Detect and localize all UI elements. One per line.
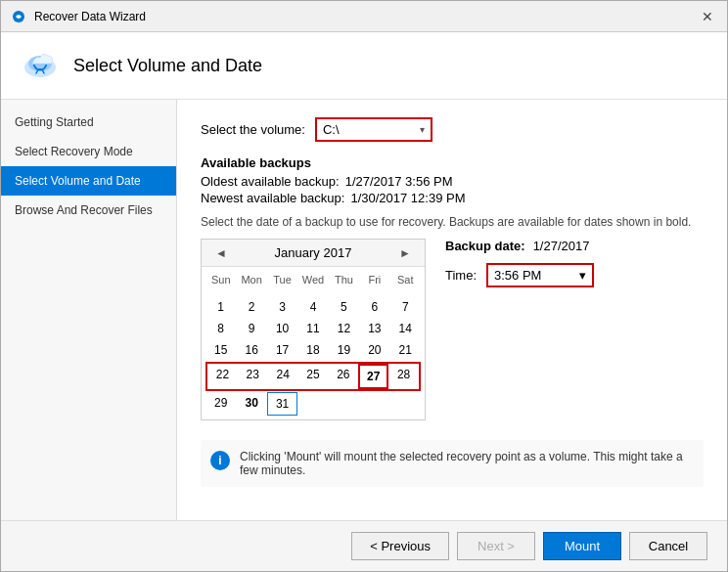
calendar-cell[interactable]: 28 <box>388 364 419 389</box>
close-button[interactable]: ✕ <box>698 7 717 26</box>
calendar-cell[interactable]: 8 <box>205 318 236 339</box>
title-bar-title: Recover Data Wizard <box>34 10 146 23</box>
sidebar-item-select-recovery-mode[interactable]: Select Recovery Mode <box>1 137 176 166</box>
page-title: Select Volume and Date <box>73 56 262 76</box>
calendar-cell[interactable]: 7 <box>390 296 421 318</box>
volume-select-value: C:\ <box>323 122 340 137</box>
info-text: Clicking 'Mount' will mount the selected… <box>240 450 694 477</box>
calendar-cell[interactable] <box>359 392 389 416</box>
info-section: i Clicking 'Mount' will mount the select… <box>201 440 704 487</box>
calendar-cell[interactable]: 24 <box>268 364 298 389</box>
calendar-cell[interactable] <box>297 392 328 416</box>
backup-date-value: 1/27/2017 <box>533 239 590 253</box>
day-header-thu: Thu <box>329 271 359 288</box>
calendar-cell[interactable]: 6 <box>359 296 389 318</box>
title-bar: Recover Data Wizard ✕ <box>1 1 727 32</box>
calendar-cell[interactable]: 14 <box>390 318 421 339</box>
calendar-cell[interactable] <box>390 392 421 416</box>
window: Recover Data Wizard ✕ Select Volume and … <box>0 0 728 572</box>
content: Getting Started Select Recovery Mode Sel… <box>1 100 727 520</box>
calendar-cell[interactable]: 19 <box>329 339 359 361</box>
sidebar-item-browse-recover[interactable]: Browse And Recover Files <box>1 196 176 225</box>
calendar-cell[interactable]: 13 <box>359 318 389 339</box>
calendar-cell[interactable]: 12 <box>329 318 359 339</box>
calendar-cell[interactable] <box>359 288 389 296</box>
backup-date-row: Backup date: 1/27/2017 <box>445 239 704 253</box>
time-row: Time: 3:56 PM ▾ <box>445 263 704 287</box>
calendar-cell[interactable] <box>329 392 359 416</box>
oldest-label: Oldest available backup: <box>201 174 340 189</box>
volume-select[interactable]: C:\ ▾ <box>315 117 432 142</box>
calendar-week-row: 22232425262728 <box>205 362 421 391</box>
backup-date-label: Backup date: <box>445 239 525 253</box>
oldest-backup-row: Oldest available backup: 1/27/2017 3:56 … <box>201 174 704 189</box>
backup-info: Available backups Oldest available backu… <box>201 155 704 205</box>
calendar-cell[interactable]: 29 <box>205 392 236 416</box>
calendar-cell[interactable]: 25 <box>298 364 329 389</box>
calendar-cell[interactable] <box>390 288 421 296</box>
calendar-cell[interactable] <box>205 288 236 296</box>
day-header-sat: Sat <box>390 271 421 288</box>
calendar-week-row: 891011121314 <box>205 318 421 339</box>
mount-button[interactable]: Mount <box>543 532 621 560</box>
main-content: Select the volume: C:\ ▾ Available backu… <box>177 100 727 520</box>
calendar-cell[interactable] <box>236 288 266 296</box>
sidebar-item-getting-started[interactable]: Getting Started <box>1 108 176 137</box>
oldest-value: 1/27/2017 3:56 PM <box>345 174 453 189</box>
calendar-cell[interactable]: 20 <box>359 339 389 361</box>
time-select[interactable]: 3:56 PM ▾ <box>486 263 594 287</box>
calendar-cell[interactable]: 30 <box>236 392 266 416</box>
calendar-cell[interactable]: 11 <box>297 318 328 339</box>
calendar-header: ◄ January 2017 ► <box>202 240 425 267</box>
calendar-cell[interactable]: 26 <box>328 364 358 389</box>
calendar-cell[interactable] <box>329 288 359 296</box>
day-header-sun: Sun <box>205 271 236 288</box>
calendar-week-row: 15161718192021 <box>205 339 421 361</box>
calendar-cell[interactable] <box>267 288 297 296</box>
calendar-cell[interactable]: 10 <box>267 318 297 339</box>
calendar-cell[interactable]: 27 <box>358 364 388 389</box>
time-select-value: 3:56 PM <box>494 268 541 283</box>
info-icon: i <box>210 451 230 470</box>
calendar-cell[interactable]: 3 <box>267 296 297 318</box>
calendar-cell[interactable]: 21 <box>390 339 421 361</box>
day-header-mon: Mon <box>236 271 266 288</box>
time-label: Time: <box>445 268 477 283</box>
next-button[interactable]: Next > <box>457 532 535 560</box>
cancel-button[interactable]: Cancel <box>629 532 707 560</box>
previous-button[interactable]: < Previous <box>351 532 449 560</box>
calendar-cell[interactable]: 18 <box>297 339 328 361</box>
calendar-cell[interactable]: 22 <box>207 364 238 389</box>
calendar-cell[interactable]: 16 <box>236 339 266 361</box>
newest-value: 1/30/2017 12:39 PM <box>350 191 465 205</box>
footer: < Previous Next > Mount Cancel <box>1 520 727 571</box>
day-header-wed: Wed <box>297 271 328 288</box>
day-header-tue: Tue <box>267 271 297 288</box>
calendar-week-row: 1234567 <box>205 296 421 318</box>
sidebar-item-select-volume-date[interactable]: Select Volume and Date <box>1 166 176 196</box>
calendar-cell[interactable]: 4 <box>297 296 328 318</box>
volume-label: Select the volume: <box>201 122 305 137</box>
calendar-cell[interactable]: 1 <box>205 296 236 318</box>
day-header-fri: Fri <box>359 271 389 288</box>
calendar-next-icon[interactable]: ► <box>395 246 415 260</box>
calendar-cell[interactable] <box>297 288 328 296</box>
calendar-week-row: 293031 <box>205 392 421 416</box>
calendar-cell[interactable]: 17 <box>267 339 297 361</box>
options-panel: Backup date: 1/27/2017 Time: 3:56 PM ▾ <box>445 239 704 420</box>
calendar-cell[interactable]: 23 <box>238 364 268 389</box>
calendar-week-row <box>205 288 421 296</box>
sidebar: Getting Started Select Recovery Mode Sel… <box>1 100 177 520</box>
calendar-cell[interactable]: 9 <box>236 318 266 339</box>
chevron-down-icon: ▾ <box>579 268 586 283</box>
calendar: ◄ January 2017 ► Sun Mon Tue Wed Thu Fri… <box>201 239 426 420</box>
calendar-prev-icon[interactable]: ◄ <box>211 246 231 260</box>
newest-backup-row: Newest available backup: 1/30/2017 12:39… <box>201 191 704 205</box>
chevron-down-icon: ▾ <box>420 124 425 135</box>
header: Select Volume and Date <box>1 32 727 100</box>
description-text: Select the date of a backup to use for r… <box>201 215 704 229</box>
calendar-cell[interactable]: 5 <box>329 296 359 318</box>
calendar-cell[interactable]: 31 <box>267 392 297 416</box>
calendar-cell[interactable]: 15 <box>205 339 236 361</box>
calendar-cell[interactable]: 2 <box>236 296 266 318</box>
